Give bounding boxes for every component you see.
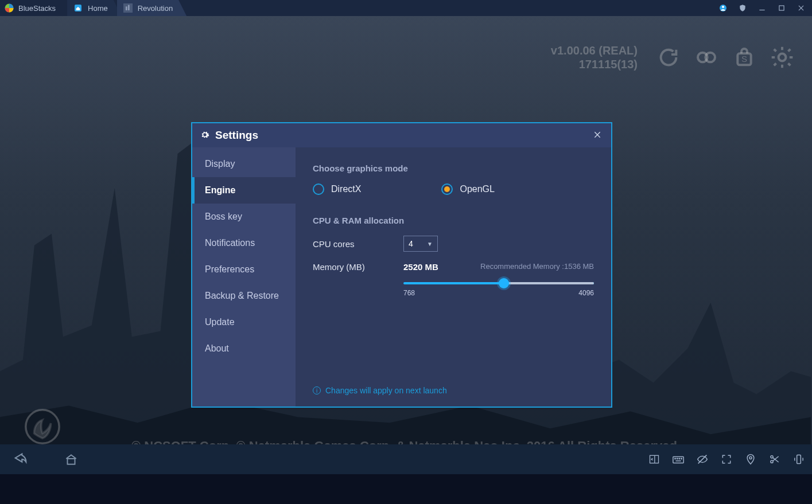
svg-rect-23 bbox=[673, 456, 683, 463]
sidebar-item-about[interactable]: About bbox=[192, 335, 296, 362]
bluestacks-logo-icon bbox=[3, 2, 15, 14]
sidebar-item-preferences[interactable]: Preferences bbox=[192, 256, 296, 283]
radio-label: OpenGL bbox=[460, 184, 494, 194]
app-name: BlueStacks bbox=[18, 4, 67, 13]
memory-slider[interactable]: 768 4096 bbox=[403, 282, 594, 297]
location-icon[interactable] bbox=[744, 453, 757, 466]
sidebar-item-bosskey[interactable]: Boss key bbox=[192, 204, 296, 230]
svg-point-30 bbox=[749, 456, 752, 459]
svg-point-24 bbox=[675, 458, 675, 459]
refresh-icon[interactable] bbox=[656, 45, 681, 70]
radio-label: DirectX bbox=[331, 184, 361, 194]
scissors-icon[interactable] bbox=[768, 453, 781, 466]
home-icon bbox=[73, 3, 83, 13]
hide-icon[interactable] bbox=[696, 453, 709, 466]
link-icon[interactable] bbox=[694, 45, 719, 70]
tab-home[interactable]: Home bbox=[67, 0, 122, 16]
shop-icon[interactable]: S bbox=[732, 45, 757, 70]
game-viewport: v1.00.06 (REAL) 171115(13) S UNREAL ENGI… bbox=[0, 16, 812, 474]
svg-rect-6 bbox=[126, 6, 127, 10]
shake-icon[interactable] bbox=[792, 453, 805, 466]
cpu-value: 4 bbox=[409, 239, 413, 248]
radio-opengl[interactable]: OpenGL bbox=[441, 183, 494, 195]
chevron-down-icon: ▼ bbox=[427, 241, 433, 247]
sidebar-item-display[interactable]: Display bbox=[192, 151, 296, 177]
keyboard-icon[interactable] bbox=[672, 453, 685, 466]
alloc-section-title: CPU & RAM allocation bbox=[313, 216, 594, 225]
settings-gear-icon bbox=[200, 130, 211, 140]
maximize-icon[interactable] bbox=[776, 3, 787, 13]
settings-modal: Settings Display Engine Boss key Notific… bbox=[191, 122, 612, 408]
home-nav-icon[interactable] bbox=[63, 451, 79, 467]
tab-label: Revolution bbox=[138, 4, 173, 13]
settings-content: Choose graphics mode DirectX OpenGL CPU … bbox=[296, 147, 611, 407]
notice-text: Changes will apply on next launch bbox=[325, 386, 447, 395]
tab-revolution[interactable]: Revolution bbox=[117, 0, 187, 16]
settings-header: Settings bbox=[192, 123, 611, 147]
svg-rect-11 bbox=[779, 6, 784, 10]
gear-icon[interactable] bbox=[770, 45, 795, 70]
svg-point-25 bbox=[677, 458, 677, 459]
sidebar-item-notifications[interactable]: Notifications bbox=[192, 230, 296, 256]
radio-icon bbox=[313, 183, 324, 195]
sidebar-item-backup[interactable]: Backup & Restore bbox=[192, 283, 296, 309]
sidebar-item-update[interactable]: Update bbox=[192, 309, 296, 335]
cpu-label: CPU cores bbox=[313, 239, 403, 249]
cpu-cores-select[interactable]: 4 ▼ bbox=[403, 236, 438, 252]
account-icon[interactable] bbox=[718, 3, 728, 13]
svg-rect-35 bbox=[797, 455, 801, 464]
radio-icon-checked bbox=[441, 183, 453, 195]
svg-point-31 bbox=[771, 456, 773, 458]
toggle-sidebar-icon[interactable] bbox=[648, 453, 661, 466]
titlebar: BlueStacks Home Revolution bbox=[0, 0, 812, 16]
svg-rect-7 bbox=[128, 5, 130, 10]
tab-label: Home bbox=[88, 4, 108, 13]
info-icon: i bbox=[313, 386, 321, 394]
svg-rect-20 bbox=[68, 459, 75, 464]
version-text: v1.00.06 (REAL) 171115(13) bbox=[551, 44, 638, 71]
svg-point-9 bbox=[722, 6, 724, 8]
memory-value: 2520 MB bbox=[403, 262, 438, 272]
graphics-section-title: Choose graphics mode bbox=[313, 163, 594, 173]
memory-recommended: Recommended Memory :1536 MB bbox=[480, 262, 594, 271]
svg-text:S: S bbox=[741, 54, 747, 64]
slider-thumb[interactable] bbox=[499, 278, 509, 288]
radio-directx[interactable]: DirectX bbox=[313, 183, 361, 195]
game-icon bbox=[123, 3, 133, 13]
settings-sidebar: Display Engine Boss key Notifications Pr… bbox=[192, 147, 296, 407]
fullscreen-icon[interactable] bbox=[720, 453, 733, 466]
svg-point-32 bbox=[771, 460, 773, 463]
close-settings-icon[interactable] bbox=[593, 130, 603, 140]
close-icon[interactable] bbox=[796, 3, 806, 13]
sidebar-item-engine[interactable]: Engine bbox=[192, 177, 296, 204]
apply-notice: i Changes will apply on next launch bbox=[313, 386, 447, 395]
slider-max: 4096 bbox=[578, 289, 594, 297]
slider-min: 768 bbox=[403, 289, 415, 297]
back-icon[interactable] bbox=[13, 451, 29, 467]
svg-point-27 bbox=[681, 458, 682, 459]
svg-point-26 bbox=[679, 458, 679, 459]
svg-point-18 bbox=[779, 54, 786, 61]
minimize-icon[interactable] bbox=[757, 3, 767, 13]
memory-label: Memory (MB) bbox=[313, 262, 403, 272]
window-controls bbox=[718, 3, 812, 13]
game-top-overlay: v1.00.06 (REAL) 171115(13) S bbox=[551, 44, 795, 71]
shield-icon[interactable] bbox=[737, 3, 748, 13]
android-nav-bar bbox=[0, 444, 812, 474]
settings-title: Settings bbox=[215, 129, 258, 142]
